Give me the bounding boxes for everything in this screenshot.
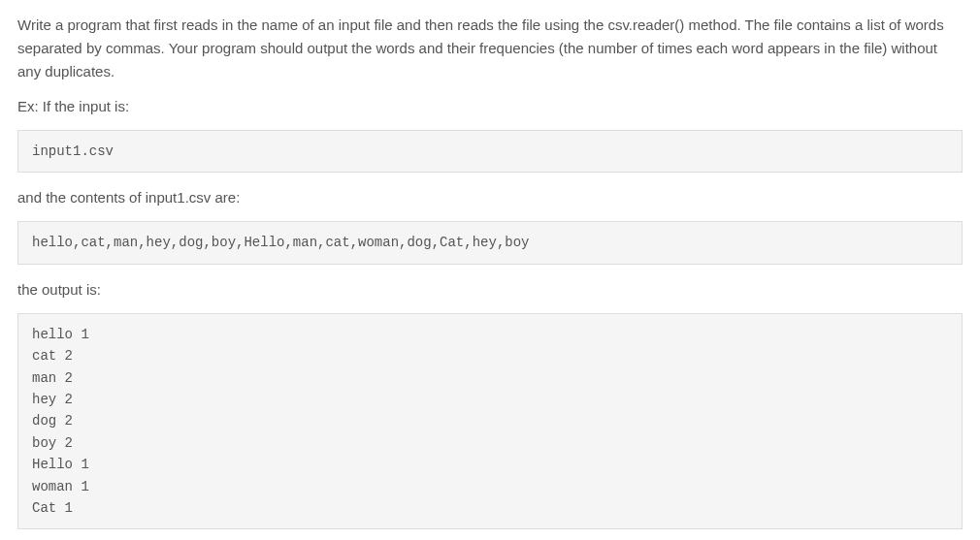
csv-contents-code-block: hello,cat,man,hey,dog,boy,Hello,man,cat,…	[17, 221, 963, 264]
output-intro: the output is:	[17, 278, 963, 302]
example-intro: Ex: If the input is:	[17, 95, 963, 118]
problem-description: Write a program that first reads in the …	[17, 14, 963, 83]
input-code-block: input1.csv	[17, 130, 963, 173]
contents-intro: and the contents of input1.csv are:	[17, 186, 963, 209]
output-code-block: hello 1 cat 2 man 2 hey 2 dog 2 boy 2 He…	[17, 313, 963, 530]
